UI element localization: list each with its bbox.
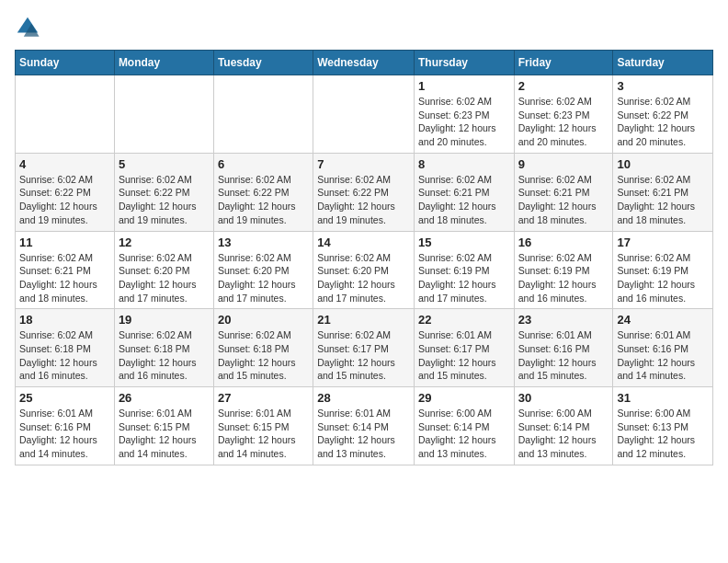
- calendar-cell: 20Sunrise: 6:02 AM Sunset: 6:18 PM Dayli…: [213, 309, 313, 387]
- calendar-cell: 29Sunrise: 6:00 AM Sunset: 6:14 PM Dayli…: [414, 387, 514, 465]
- calendar-day-header: Monday: [114, 51, 213, 75]
- day-info: Sunrise: 6:02 AM Sunset: 6:19 PM Dayligh…: [518, 251, 609, 305]
- day-number: 4: [19, 157, 110, 171]
- day-info: Sunrise: 6:02 AM Sunset: 6:23 PM Dayligh…: [518, 95, 609, 149]
- calendar-cell: 25Sunrise: 6:01 AM Sunset: 6:16 PM Dayli…: [16, 387, 115, 465]
- day-info: Sunrise: 6:02 AM Sunset: 6:21 PM Dayligh…: [19, 251, 110, 305]
- calendar-cell: 13Sunrise: 6:02 AM Sunset: 6:20 PM Dayli…: [213, 231, 313, 309]
- day-info: Sunrise: 6:01 AM Sunset: 6:14 PM Dayligh…: [317, 407, 410, 461]
- day-info: Sunrise: 6:00 AM Sunset: 6:13 PM Dayligh…: [617, 407, 709, 461]
- day-info: Sunrise: 6:02 AM Sunset: 6:22 PM Dayligh…: [617, 95, 709, 149]
- calendar-cell: [313, 75, 415, 154]
- day-info: Sunrise: 6:01 AM Sunset: 6:16 PM Dayligh…: [19, 407, 110, 461]
- calendar-cell: 7Sunrise: 6:02 AM Sunset: 6:22 PM Daylig…: [313, 153, 415, 231]
- calendar-cell: 14Sunrise: 6:02 AM Sunset: 6:20 PM Dayli…: [313, 231, 415, 309]
- day-number: 9: [518, 157, 609, 171]
- day-info: Sunrise: 6:01 AM Sunset: 6:15 PM Dayligh…: [119, 407, 210, 461]
- calendar-day-header: Sunday: [16, 51, 115, 75]
- day-number: 21: [317, 313, 410, 327]
- day-number: 8: [418, 157, 510, 171]
- day-info: Sunrise: 6:02 AM Sunset: 6:19 PM Dayligh…: [418, 251, 510, 305]
- day-info: Sunrise: 6:02 AM Sunset: 6:20 PM Dayligh…: [218, 251, 309, 305]
- calendar-header-row: SundayMondayTuesdayWednesdayThursdayFrid…: [16, 51, 713, 75]
- day-info: Sunrise: 6:02 AM Sunset: 6:20 PM Dayligh…: [119, 251, 210, 305]
- day-number: 25: [19, 391, 110, 405]
- calendar-cell: [16, 75, 115, 154]
- day-number: 13: [218, 236, 309, 249]
- calendar-cell: 21Sunrise: 6:02 AM Sunset: 6:17 PM Dayli…: [313, 309, 415, 387]
- day-number: 14: [317, 236, 410, 249]
- page-header: [15, 15, 713, 40]
- calendar-day-header: Tuesday: [213, 51, 313, 75]
- calendar-cell: 26Sunrise: 6:01 AM Sunset: 6:15 PM Dayli…: [114, 387, 213, 465]
- day-number: 17: [617, 236, 709, 249]
- calendar-cell: 12Sunrise: 6:02 AM Sunset: 6:20 PM Dayli…: [114, 231, 213, 309]
- day-info: Sunrise: 6:02 AM Sunset: 6:18 PM Dayligh…: [119, 328, 210, 383]
- calendar-cell: 30Sunrise: 6:00 AM Sunset: 6:14 PM Dayli…: [514, 387, 613, 465]
- calendar-cell: 4Sunrise: 6:02 AM Sunset: 6:22 PM Daylig…: [16, 153, 115, 231]
- day-number: 18: [19, 313, 110, 327]
- day-number: 28: [317, 391, 410, 405]
- calendar-cell: 27Sunrise: 6:01 AM Sunset: 6:15 PM Dayli…: [213, 387, 313, 465]
- calendar-cell: [114, 75, 213, 154]
- day-number: 30: [518, 391, 609, 405]
- day-number: 6: [218, 157, 309, 171]
- calendar-cell: 24Sunrise: 6:01 AM Sunset: 6:16 PM Dayli…: [613, 309, 713, 387]
- day-number: 19: [119, 313, 210, 327]
- calendar-cell: 11Sunrise: 6:02 AM Sunset: 6:21 PM Dayli…: [16, 231, 115, 309]
- day-info: Sunrise: 6:02 AM Sunset: 6:21 PM Dayligh…: [617, 173, 709, 227]
- day-number: 26: [119, 391, 210, 405]
- day-info: Sunrise: 6:01 AM Sunset: 6:16 PM Dayligh…: [617, 328, 709, 383]
- calendar-week-row: 1Sunrise: 6:02 AM Sunset: 6:23 PM Daylig…: [16, 75, 713, 154]
- day-number: 12: [119, 236, 210, 249]
- calendar-cell: 10Sunrise: 6:02 AM Sunset: 6:21 PM Dayli…: [613, 153, 713, 231]
- day-number: 31: [617, 391, 709, 405]
- day-info: Sunrise: 6:02 AM Sunset: 6:20 PM Dayligh…: [317, 251, 410, 305]
- day-number: 11: [19, 236, 110, 249]
- day-info: Sunrise: 6:02 AM Sunset: 6:19 PM Dayligh…: [617, 251, 709, 305]
- day-number: 16: [518, 236, 609, 249]
- day-info: Sunrise: 6:02 AM Sunset: 6:22 PM Dayligh…: [317, 173, 410, 227]
- day-info: Sunrise: 6:01 AM Sunset: 6:17 PM Dayligh…: [418, 328, 510, 383]
- calendar-cell: 16Sunrise: 6:02 AM Sunset: 6:19 PM Dayli…: [514, 231, 613, 309]
- day-number: 3: [617, 79, 709, 93]
- day-number: 24: [617, 313, 709, 327]
- calendar-cell: 2Sunrise: 6:02 AM Sunset: 6:23 PM Daylig…: [514, 75, 613, 154]
- logo-icon: [15, 15, 40, 40]
- day-number: 10: [617, 157, 709, 171]
- calendar-cell: 28Sunrise: 6:01 AM Sunset: 6:14 PM Dayli…: [313, 387, 415, 465]
- day-info: Sunrise: 6:02 AM Sunset: 6:22 PM Dayligh…: [119, 173, 210, 227]
- calendar-cell: [213, 75, 313, 154]
- day-number: 29: [418, 391, 510, 405]
- calendar-cell: 6Sunrise: 6:02 AM Sunset: 6:22 PM Daylig…: [213, 153, 313, 231]
- day-info: Sunrise: 6:01 AM Sunset: 6:16 PM Dayligh…: [518, 328, 609, 383]
- day-info: Sunrise: 6:01 AM Sunset: 6:15 PM Dayligh…: [218, 407, 309, 461]
- calendar-cell: 15Sunrise: 6:02 AM Sunset: 6:19 PM Dayli…: [414, 231, 514, 309]
- calendar-cell: 17Sunrise: 6:02 AM Sunset: 6:19 PM Dayli…: [613, 231, 713, 309]
- calendar-week-row: 25Sunrise: 6:01 AM Sunset: 6:16 PM Dayli…: [16, 387, 713, 465]
- calendar-cell: 1Sunrise: 6:02 AM Sunset: 6:23 PM Daylig…: [414, 75, 514, 154]
- day-info: Sunrise: 6:02 AM Sunset: 6:22 PM Dayligh…: [218, 173, 309, 227]
- calendar-day-header: Friday: [514, 51, 613, 75]
- day-number: 20: [218, 313, 309, 327]
- calendar-day-header: Wednesday: [313, 51, 415, 75]
- day-info: Sunrise: 6:02 AM Sunset: 6:18 PM Dayligh…: [218, 328, 309, 383]
- day-number: 5: [119, 157, 210, 171]
- calendar-day-header: Thursday: [414, 51, 514, 75]
- day-number: 22: [418, 313, 510, 327]
- calendar-cell: 8Sunrise: 6:02 AM Sunset: 6:21 PM Daylig…: [414, 153, 514, 231]
- calendar-cell: 19Sunrise: 6:02 AM Sunset: 6:18 PM Dayli…: [114, 309, 213, 387]
- calendar-cell: 5Sunrise: 6:02 AM Sunset: 6:22 PM Daylig…: [114, 153, 213, 231]
- day-number: 7: [317, 157, 410, 171]
- calendar-day-header: Saturday: [613, 51, 713, 75]
- calendar-cell: 3Sunrise: 6:02 AM Sunset: 6:22 PM Daylig…: [613, 75, 713, 154]
- calendar-week-row: 4Sunrise: 6:02 AM Sunset: 6:22 PM Daylig…: [16, 153, 713, 231]
- day-number: 15: [418, 236, 510, 249]
- day-number: 2: [518, 79, 609, 93]
- calendar-cell: 9Sunrise: 6:02 AM Sunset: 6:21 PM Daylig…: [514, 153, 613, 231]
- calendar-cell: 23Sunrise: 6:01 AM Sunset: 6:16 PM Dayli…: [514, 309, 613, 387]
- day-info: Sunrise: 6:02 AM Sunset: 6:22 PM Dayligh…: [19, 173, 110, 227]
- day-info: Sunrise: 6:02 AM Sunset: 6:17 PM Dayligh…: [317, 328, 410, 383]
- day-number: 1: [418, 79, 510, 93]
- day-info: Sunrise: 6:00 AM Sunset: 6:14 PM Dayligh…: [418, 407, 510, 461]
